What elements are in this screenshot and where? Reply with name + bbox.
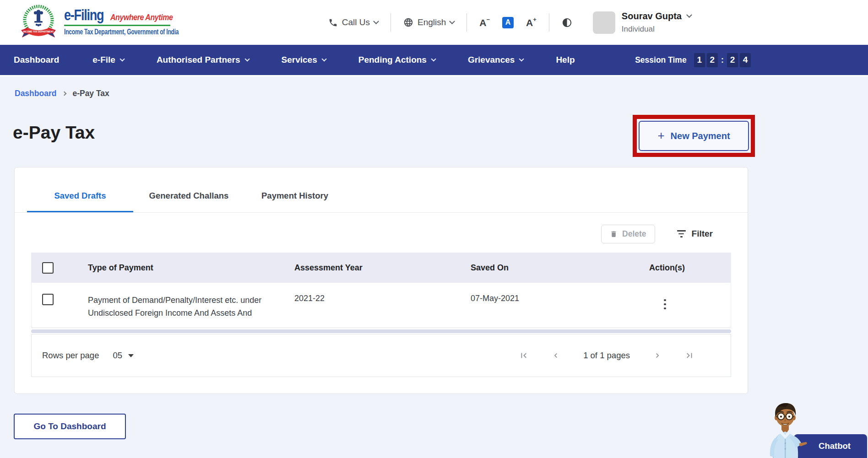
font-default-button[interactable]: A [502, 17, 514, 28]
tab-bar: Saved Drafts Generated Challans Payment … [15, 167, 748, 213]
table-header-row: Type of Payment Assessment Year Saved On… [32, 253, 731, 283]
chevron-right-icon [653, 351, 662, 360]
logo-subtitle: Income Tax Department, Government of Ind… [64, 27, 179, 36]
chevron-down-icon [449, 18, 455, 24]
user-name: Sourav Gupta [622, 11, 682, 22]
language-label: English [418, 17, 446, 27]
font-decrease-button[interactable]: A− [479, 17, 490, 27]
header-saved-on: Saved On [471, 263, 649, 273]
top-header: INCOME TAX DEPARTMENT e-Filing Anywhere … [0, 0, 868, 45]
page-title: e-Pay Tax [13, 123, 95, 143]
breadcrumb-dashboard-link[interactable]: Dashboard [15, 89, 56, 98]
saved-drafts-table: Type of Payment Assessment Year Saved On… [31, 253, 731, 328]
session-digit: 2 [707, 53, 718, 67]
filter-button[interactable]: Filter [677, 229, 713, 239]
rows-per-page-select[interactable]: 05 [113, 350, 134, 361]
nav-authorised-partners[interactable]: Authorised Partners [157, 55, 248, 65]
first-page-button[interactable] [514, 345, 534, 366]
nav-help[interactable]: Help [556, 55, 575, 65]
efiling-logo: INCOME TAX DEPARTMENT e-Filing Anywhere … [16, 3, 221, 42]
svg-text:INCOME TAX DEPARTMENT: INCOME TAX DEPARTMENT [23, 30, 54, 33]
font-size-controls: A− A A+ [479, 17, 537, 28]
header-separator [549, 13, 549, 32]
row-actions-menu[interactable] [662, 297, 668, 312]
session-digit: 4 [740, 53, 751, 67]
header-actions: Action(s) [649, 263, 731, 273]
filter-icon [677, 230, 686, 237]
table-row: Payment of Demand/Penalty/Interest etc. … [32, 283, 731, 328]
contrast-toggle[interactable] [562, 17, 572, 28]
previous-page-button[interactable] [546, 345, 566, 366]
nav-services[interactable]: Services [282, 55, 325, 65]
header-separator [391, 13, 391, 32]
chevron-left-icon [551, 351, 560, 360]
horizontal-scrollbar[interactable] [31, 329, 731, 333]
tab-payment-history[interactable]: Payment History [244, 167, 345, 212]
cell-type-of-payment: Payment of Demand/Penalty/Interest etc. … [88, 294, 294, 319]
nav-grievances[interactable]: Grievances [468, 55, 522, 65]
header-type-of-payment: Type of Payment [88, 261, 294, 274]
page-status: 1 of 1 pages [583, 350, 630, 361]
chatbot-widget[interactable]: Chatbot [763, 403, 868, 458]
cell-saved-on: 07-May-2021 [471, 294, 649, 303]
main-navbar: Dashboard e-File Authorised Partners Ser… [0, 45, 868, 76]
nav-dashboard[interactable]: Dashboard [14, 55, 59, 65]
breadcrumb-current: e-Pay Tax [72, 89, 109, 98]
chevron-down-icon [119, 56, 125, 61]
red-highlight-annotation: + New Payment [633, 115, 755, 157]
phone-icon [328, 18, 338, 27]
call-us-label: Call Us [342, 17, 370, 27]
session-digit: 2 [727, 53, 738, 67]
user-role: Individual [622, 25, 691, 34]
last-page-button[interactable] [679, 345, 700, 366]
pagination-bar: Rows per page 05 1 of 1 pages [31, 334, 731, 377]
language-menu[interactable]: English [403, 17, 454, 27]
rows-per-page-label: Rows per page [42, 350, 99, 361]
plus-icon: + [657, 129, 664, 141]
font-increase-button[interactable]: A+ [526, 17, 537, 27]
session-timer: Session Time 1 2 : 2 4 [635, 53, 751, 67]
logo-underline [64, 25, 170, 26]
brand-name: e-Filing [64, 6, 103, 24]
session-colon: : [721, 55, 724, 65]
nav-pending-actions[interactable]: Pending Actions [358, 55, 434, 65]
nav-e-file[interactable]: e-File [92, 55, 123, 65]
session-time-label: Session Time [635, 55, 687, 65]
next-page-button[interactable] [647, 345, 667, 366]
delete-button[interactable]: Delete [601, 225, 655, 243]
avatar[interactable] [593, 11, 615, 34]
brand-tagline: Anywhere Anytime [110, 12, 173, 22]
contrast-icon [562, 17, 572, 28]
globe-icon [403, 17, 413, 27]
header-separator [467, 13, 467, 32]
chevron-down-icon [244, 56, 250, 61]
user-block[interactable]: Sourav Gupta Individual [622, 11, 691, 34]
chevron-down-icon [431, 56, 436, 61]
new-payment-button[interactable]: + New Payment [639, 121, 749, 151]
select-all-checkbox[interactable] [42, 262, 54, 274]
income-tax-emblem-icon: INCOME TAX DEPARTMENT [16, 3, 60, 42]
last-page-icon [684, 350, 694, 361]
row-checkbox[interactable] [42, 294, 54, 305]
trash-icon [610, 230, 618, 238]
call-us-menu[interactable]: Call Us [328, 17, 378, 27]
epay-tax-card: Saved Drafts Generated Challans Payment … [14, 167, 748, 394]
first-page-icon [519, 350, 529, 361]
chevron-down-icon [321, 56, 326, 61]
chevron-down-icon [373, 18, 379, 24]
breadcrumb: Dashboard e-Pay Tax [15, 89, 868, 98]
chatbot-assistant-avatar [766, 401, 808, 458]
header-assessment-year: Assessment Year [294, 263, 471, 273]
tab-saved-drafts[interactable]: Saved Drafts [27, 167, 133, 212]
chevron-down-icon [686, 12, 692, 18]
chevron-right-icon [62, 92, 67, 96]
tab-generated-challans[interactable]: Generated Challans [133, 167, 244, 212]
caret-down-icon [128, 354, 134, 357]
go-to-dashboard-button[interactable]: Go To Dashboard [14, 414, 126, 439]
session-digit: 1 [694, 53, 705, 67]
table-actions-row: Delete Filter [15, 225, 713, 243]
chevron-down-icon [519, 56, 524, 61]
cell-assessment-year: 2021-22 [294, 294, 471, 303]
